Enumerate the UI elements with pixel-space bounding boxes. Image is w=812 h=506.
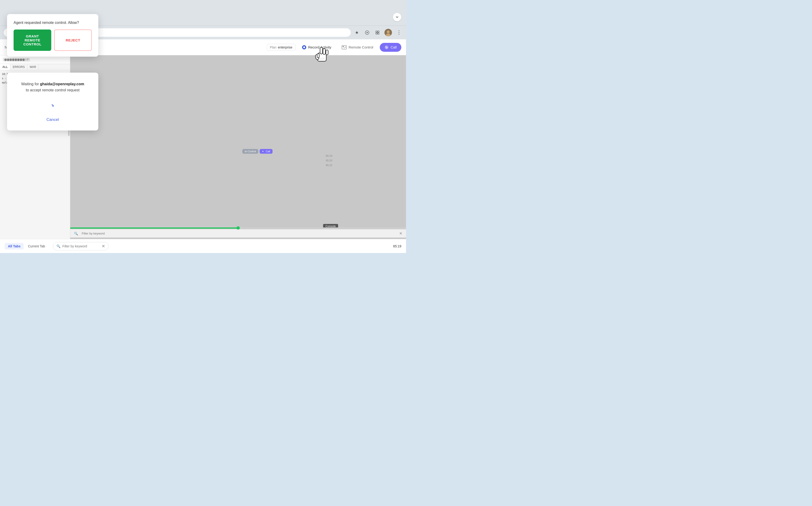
main-content: h • More Plan enterprise Record Activity…: [0, 39, 406, 253]
svg-rect-5: [378, 33, 379, 34]
filter-keyword-input[interactable]: [82, 232, 119, 235]
svg-rect-9: [342, 46, 346, 49]
waiting-email: ghaida@openreplay.com: [40, 82, 84, 86]
timestamp: 65:19: [393, 244, 401, 248]
plan-badge: Plan enterprise: [267, 44, 296, 51]
grant-dialog-top: Agent requested remote control. Allow? G…: [7, 14, 98, 57]
waiting-text: Waiting for ghaida@openreplay.com to acc…: [14, 81, 92, 93]
remote-control-button[interactable]: Remote Control: [338, 44, 377, 51]
extensions-icon[interactable]: [374, 29, 381, 36]
filter-input-wrap: 🔍 ✕: [53, 242, 109, 250]
svg-point-7: [387, 30, 390, 33]
call-label: Call: [391, 45, 397, 49]
progress-track: [70, 228, 406, 229]
timeline-tabs: All Tabs Current Tab: [5, 243, 48, 250]
record-activity-button[interactable]: Record Activity: [298, 44, 335, 51]
grant-dialog-question: Agent requested remote control. Allow?: [14, 21, 92, 25]
tab-all[interactable]: ALL: [0, 64, 10, 70]
waiting-suffix: to accept remote control request: [26, 88, 79, 92]
badge-remote-control[interactable]: te Control: [242, 149, 258, 154]
console-numbers: 65:19 65:20 65:22: [326, 154, 332, 167]
record-dot-icon: [302, 45, 306, 50]
plan-value: enterprise: [278, 46, 292, 49]
timeline-filter-input[interactable]: [62, 244, 100, 248]
tab-warn[interactable]: WAR: [27, 64, 39, 70]
record-activity-label: Record Activity: [308, 45, 331, 49]
svg-rect-4: [376, 33, 377, 34]
current-tab-button[interactable]: Current Tab: [25, 243, 48, 250]
session-id-text: ⬤⬤⬤⬤⬤⬤⬤⬤ • P: [3, 58, 67, 61]
avatar[interactable]: [385, 29, 392, 36]
replay-badges: te Control Call: [242, 149, 273, 154]
filter-close-icon[interactable]: ✕: [399, 231, 402, 236]
svg-rect-3: [378, 31, 379, 32]
svg-rect-10: [342, 46, 344, 47]
filter-close-icon-2[interactable]: ✕: [102, 244, 105, 249]
svg-marker-1: [367, 32, 368, 33]
call-icon: [385, 45, 389, 50]
console-num-1: 65:19: [326, 154, 332, 158]
svg-point-11: [345, 47, 346, 48]
svg-rect-12: [344, 48, 345, 48]
right-panel: te Control Call 65:19 65:20 65:22 🔍 ✕: [70, 55, 406, 239]
console-num-3: 65:22: [326, 163, 332, 168]
filter-search-icon: 🔍: [74, 232, 78, 236]
spinner-arrow-icon: ›: [50, 101, 56, 109]
console-num-2: 65:20: [326, 158, 332, 163]
grant-remote-control-dialog: Agent requested remote control. Allow? G…: [7, 14, 98, 57]
timeline-bar: All Tabs Current Tab 🔍 ✕ 65:19: [0, 239, 406, 253]
waiting-prefix: Waiting for: [21, 82, 40, 86]
call-button[interactable]: Call: [380, 43, 401, 52]
more-options-icon[interactable]: ⋮: [396, 29, 402, 36]
reject-button[interactable]: REJECT: [54, 29, 92, 51]
all-tabs-button[interactable]: All Tabs: [5, 243, 24, 250]
progress-handle[interactable]: [236, 226, 240, 230]
remote-control-label: Remote Control: [348, 45, 373, 49]
svg-point-13: [385, 46, 388, 49]
badge-call[interactable]: Call: [260, 149, 273, 154]
waiting-dialog: Waiting for ghaida@openreplay.com to acc…: [7, 73, 98, 131]
progress-fill: [70, 228, 238, 229]
star-icon[interactable]: ★: [353, 29, 360, 36]
grant-remote-control-button[interactable]: GRANT REMOTE CONTROL: [14, 29, 51, 51]
filter-search-icon-2: 🔍: [57, 244, 61, 248]
play-icon[interactable]: [364, 29, 371, 36]
filter-keyword-bar: 🔍 ✕: [70, 229, 406, 238]
svg-rect-2: [376, 31, 377, 32]
plan-label: Plan: [270, 46, 277, 49]
tab-errors[interactable]: ERRORS: [10, 64, 27, 70]
cancel-button[interactable]: Cancel: [46, 117, 59, 122]
browser-icons: ★ ⋮: [353, 29, 402, 36]
chevron-down-icon[interactable]: [393, 13, 401, 21]
grant-buttons: GRANT REMOTE CONTROL REJECT: [14, 29, 92, 51]
badge-call-icon: [262, 150, 265, 153]
waiting-spinner: ›: [48, 100, 58, 110]
remote-control-icon: [341, 45, 347, 50]
log-tabs: ALL ERRORS WAR: [0, 64, 70, 70]
